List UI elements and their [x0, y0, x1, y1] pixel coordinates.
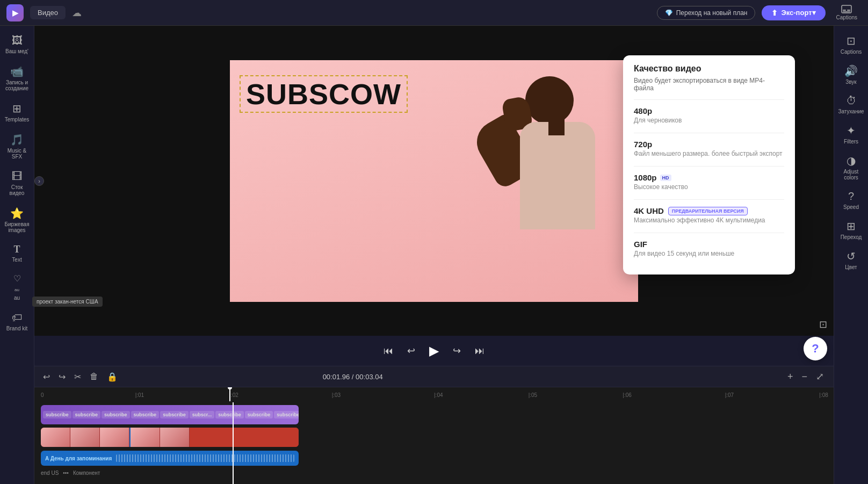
- right-sidebar-colors[interactable]: ◑ Adjust colors: [836, 150, 866, 185]
- cloud-icon[interactable]: ☁: [72, 7, 82, 19]
- timeline-playhead-ruler: [229, 387, 230, 401]
- video-track[interactable]: [41, 428, 299, 447]
- captions-button[interactable]: Captions: [832, 3, 862, 23]
- sidebar-item-music[interactable]: 🎵 Music & SFX: [2, 129, 32, 164]
- upgrade-label: Переход на новый план: [676, 9, 748, 17]
- audio-track[interactable]: A День для запоминания: [41, 451, 299, 466]
- expand-button[interactable]: ⊡: [819, 319, 827, 330]
- right-fade-label: Затухание: [838, 109, 864, 114]
- text-track[interactable]: subscribe subscribe subscribe subscribe …: [41, 405, 299, 424]
- quality-divider-2: [634, 166, 784, 167]
- sidebar-templates-label: Templates: [5, 117, 30, 122]
- video-background: SUBSCOW: [230, 60, 638, 302]
- right-color-icon: ↺: [847, 250, 856, 263]
- bottom-labels: end US ••• Компонент: [41, 469, 827, 476]
- right-sidebar-transition[interactable]: ⊞ Переход: [836, 215, 866, 244]
- quality-4k-label: 4K UHD: [634, 206, 664, 215]
- sidebar-item-images[interactable]: ⭐ Биржевая images: [2, 203, 32, 237]
- quality-title: Качество видео: [634, 64, 784, 74]
- right-transition-icon: ⊞: [847, 220, 856, 233]
- rewind-button[interactable]: ↩: [405, 343, 417, 359]
- svg-rect-2: [847, 10, 850, 11]
- quality-option-480p[interactable]: 480p Для черновиков: [634, 104, 784, 126]
- quality-option-1080p[interactable]: 1080p HD Высокое качество: [634, 171, 784, 193]
- captions-label: Captions: [836, 15, 857, 20]
- quality-gif-label: GIF: [634, 240, 647, 249]
- export-button[interactable]: ⬆ Экс-порт▾: [762, 5, 825, 20]
- play-button[interactable]: ▶: [427, 341, 441, 360]
- delete-button[interactable]: 🗑: [88, 371, 100, 382]
- zoom-out-button[interactable]: −: [798, 370, 811, 384]
- quality-480p-label: 480p: [634, 106, 652, 115]
- video-thumb-4: [131, 428, 160, 447]
- right-audio-label: Звук: [845, 79, 857, 85]
- zoom-fit-button[interactable]: ⤢: [813, 370, 827, 384]
- undo-button[interactable]: ↩: [41, 371, 52, 383]
- sidebar-item-record[interactable]: 📹 Запись и создание: [2, 61, 32, 96]
- help-icon: ?: [812, 342, 819, 356]
- timeline: ↩ ↪ ✂ 🗑 🔒 00:01.96 / 00:03.04 + − ⤢ 0 |:…: [34, 366, 834, 484]
- ruler-mark-05: |:05: [529, 392, 538, 398]
- sidebar-record-label: Запись и создание: [5, 80, 29, 91]
- video-button[interactable]: Видео: [30, 6, 66, 19]
- skip-back-button[interactable]: ⏮: [381, 343, 395, 359]
- media-icon: 🖼: [12, 34, 23, 47]
- text-track-item-1: subscribe: [43, 411, 71, 418]
- redo-button[interactable]: ↪: [56, 371, 68, 383]
- quality-720p-label: 720p: [634, 140, 652, 149]
- right-speed-label: Speed: [843, 204, 859, 210]
- quality-divider-4: [634, 233, 784, 233]
- quality-option-720p[interactable]: 720p Файл меньшего размера. более быстры…: [634, 138, 784, 160]
- audio-waveform: [116, 454, 294, 462]
- ruler-mark-08: |:08: [819, 392, 828, 398]
- video-thumb-1: [41, 428, 70, 447]
- body: [520, 122, 595, 229]
- right-sidebar-captions[interactable]: ⊡ Captions: [836, 30, 866, 59]
- sidebar-item-brandkit[interactable]: 🏷 Brand kit: [2, 307, 32, 336]
- skip-forward-button[interactable]: ⏭: [473, 343, 487, 359]
- sidebar-item-brand[interactable]: ♡au au: [2, 269, 32, 305]
- quality-divider-1: [634, 133, 784, 133]
- quality-gif-desc: Для видео 15 секунд или меньше: [634, 250, 784, 257]
- captions-icon: [841, 5, 852, 13]
- right-sidebar-audio[interactable]: 🔊 Звук: [836, 60, 866, 89]
- right-sidebar-fade[interactable]: ⏱ Затухание: [836, 90, 866, 119]
- quality-option-gif[interactable]: GIF Для видео 15 секунд или меньше: [634, 237, 784, 259]
- sidebar-item-text[interactable]: T Text: [2, 240, 32, 267]
- app-logo: ▶: [6, 4, 24, 21]
- hd-badge: HD: [660, 175, 671, 181]
- person-figure: [439, 66, 622, 302]
- sidebar-item-media[interactable]: 🖼 Ваш мед': [2, 30, 32, 59]
- sidebar-item-templates[interactable]: ⊞ Templates: [2, 98, 32, 127]
- quality-1080p-desc: Высокое качество: [634, 183, 784, 191]
- right-sidebar-filters[interactable]: ✦ Filters: [836, 120, 866, 149]
- diamond-icon: 💎: [665, 9, 673, 17]
- collapse-arrow[interactable]: ›: [34, 176, 44, 186]
- video-track-fill: [190, 428, 299, 447]
- video-thumb-3: [100, 428, 129, 447]
- cut-button[interactable]: ✂: [72, 371, 83, 383]
- quality-divider-top: [634, 99, 784, 100]
- quality-1080p-label: 1080p: [634, 173, 657, 182]
- brandkit-icon: 🏷: [12, 312, 23, 324]
- forward-button[interactable]: ↪: [451, 343, 463, 359]
- right-sidebar-color[interactable]: ↺ Цвет: [836, 245, 866, 274]
- sidebar-item-stock[interactable]: 🎞 Сток видео: [2, 166, 32, 200]
- right-sidebar-speed[interactable]: ? Speed: [836, 186, 866, 214]
- playhead-top-circle: [228, 387, 232, 389]
- ruler-mark-06: |:06: [623, 392, 632, 398]
- quality-option-4k[interactable]: 4K UHD ПРЕДВАРИТЕЛЬНАЯ ВЕРСИЯ Максимальн…: [634, 204, 784, 226]
- text-track-row: subscribe subscribe subscribe subscribe …: [41, 404, 827, 425]
- music-icon: 🎵: [10, 133, 24, 146]
- main-layout: 🖼 Ваш мед' 📹 Запись и создание ⊞ Templat…: [0, 26, 868, 484]
- help-button[interactable]: ?: [804, 337, 827, 360]
- upgrade-button[interactable]: 💎 Переход на новый план: [657, 6, 756, 20]
- head: [525, 76, 574, 125]
- right-filters-icon: ✦: [847, 124, 856, 137]
- zoom-in-button[interactable]: +: [784, 370, 797, 384]
- sidebar-tooltip: проект закан-нется США: [32, 297, 103, 307]
- lock-button[interactable]: 🔒: [105, 371, 120, 383]
- more-icon[interactable]: •••: [63, 470, 69, 476]
- logo-icon: ▶: [12, 9, 18, 17]
- right-sidebar: ⊡ Captions 🔊 Звук ⏱ Затухание ✦ Filters …: [834, 26, 868, 484]
